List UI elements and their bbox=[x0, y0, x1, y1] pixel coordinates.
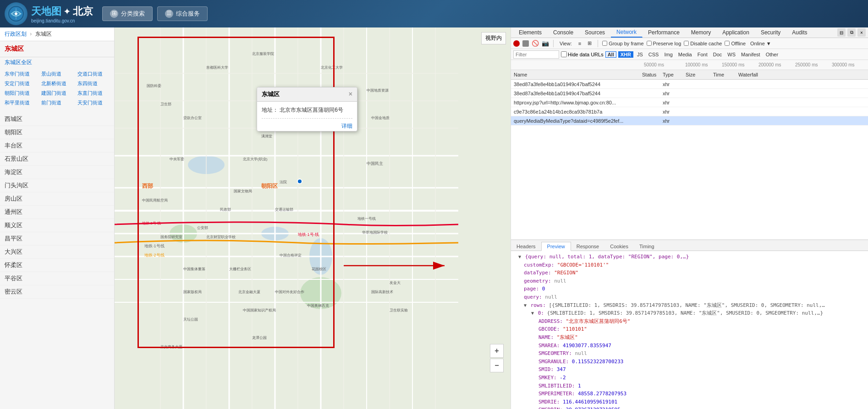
tab-elements[interactable]: Elements bbox=[513, 28, 548, 37]
street-donghua[interactable]: 东华门街道 bbox=[3, 70, 38, 78]
street-jingshan[interactable]: 景山街道 bbox=[39, 70, 75, 78]
svg-text:西部: 西部 bbox=[142, 183, 153, 189]
district-tongzhou[interactable]: 通州区 bbox=[0, 206, 114, 219]
type-ws-btn[interactable]: WS bbox=[725, 52, 737, 57]
street-anding[interactable]: 安定门街道 bbox=[3, 79, 38, 88]
district-huairou[interactable]: 怀柔区 bbox=[0, 259, 114, 272]
street-dongzhimen[interactable]: 东直门街道 bbox=[76, 89, 111, 98]
camera-btn[interactable]: 📷 bbox=[542, 40, 549, 47]
network-row-3[interactable]: c9e73c86e1a24b14b1ec8ca93b781b7a xhr bbox=[511, 107, 868, 116]
hide-data-urls-label[interactable]: Hide data URLs bbox=[561, 51, 604, 57]
preserve-log-label[interactable]: Preserve log bbox=[647, 41, 681, 46]
row4-status bbox=[639, 120, 660, 122]
stop-btn[interactable] bbox=[522, 40, 529, 47]
street-hepingli[interactable]: 和平里街道 bbox=[3, 98, 38, 107]
popup-close-btn[interactable]: × bbox=[349, 90, 352, 98]
tab-audits[interactable]: Audits bbox=[786, 28, 813, 37]
offline-label[interactable]: Offline bbox=[725, 41, 746, 46]
resp-tab-timing[interactable]: Timing bbox=[634, 242, 660, 251]
network-row-4[interactable]: queryMediaByMediaType?dataid=c4989f5e2fe… bbox=[511, 116, 868, 125]
district-xicheng[interactable]: 西城区 bbox=[0, 113, 114, 126]
district-daxing[interactable]: 大兴区 bbox=[0, 245, 114, 259]
type-img-btn[interactable]: Img bbox=[662, 52, 674, 57]
nav-classify-btn[interactable]: ⊞ 分类搜索 bbox=[102, 6, 153, 21]
network-row-0[interactable]: 38ed87a3fe8e4bb1a01949c47baf5244 xhr bbox=[511, 80, 868, 89]
json-root: ▼ {query: null, total: 1, dataType: "REG… bbox=[515, 253, 864, 261]
district-miyun[interactable]: 密云区 bbox=[0, 285, 114, 299]
district-haidian[interactable]: 海淀区 bbox=[0, 166, 114, 179]
record-btn[interactable] bbox=[513, 40, 520, 47]
district-shunyi[interactable]: 顺义区 bbox=[0, 219, 114, 232]
district-shijingshan[interactable]: 石景山区 bbox=[0, 153, 114, 166]
tab-sources[interactable]: Sources bbox=[579, 28, 611, 37]
type-js-btn[interactable]: JS bbox=[635, 52, 645, 57]
view-list-btn[interactable]: ≡ bbox=[577, 41, 583, 46]
district-mentougou[interactable]: 门头沟区 bbox=[0, 179, 114, 192]
disable-cache-label[interactable]: Disable cache bbox=[684, 41, 722, 46]
street-chaoyangmen[interactable]: 朝阳门街道 bbox=[3, 89, 38, 98]
tab-application[interactable]: Application bbox=[717, 28, 755, 37]
devtools-close-btn[interactable]: × bbox=[857, 28, 866, 37]
sidebar-dongcheng-all[interactable]: 东城区全区 bbox=[0, 57, 114, 68]
breadcrumb-parent[interactable]: 行政区划 bbox=[5, 31, 27, 37]
preserve-log-cb[interactable] bbox=[647, 41, 652, 46]
group-by-frame-cb[interactable] bbox=[602, 41, 607, 46]
type-manifest-btn[interactable]: Manifest bbox=[739, 52, 762, 57]
network-row-1[interactable]: 38ed87a3fe8e4bb1a01949c47baf5244 xhr bbox=[511, 89, 868, 98]
view-label: View: bbox=[558, 41, 574, 46]
type-font-btn[interactable]: Font bbox=[696, 52, 709, 57]
type-other-btn[interactable]: Other bbox=[764, 52, 780, 57]
district-fangshan[interactable]: 房山区 bbox=[0, 192, 114, 206]
tab-network[interactable]: Network bbox=[611, 27, 643, 38]
json-smgranule: SMGRANULE: 0.115523228700233 bbox=[515, 358, 864, 366]
type-xhr-btn[interactable]: XHR bbox=[618, 51, 633, 58]
json-rows-toggle[interactable]: ▼ bbox=[524, 303, 527, 308]
devtools-dock-btn[interactable]: ⊟ bbox=[837, 28, 846, 37]
map-container[interactable]: 地铁·1号线 地铁·2号线 地铁·1号·线 地铁·2号·线 朝阳区 西部 国防科… bbox=[115, 27, 511, 409]
json-smkey: SMKEY: -2 bbox=[515, 374, 864, 382]
map-view-btn[interactable]: 视野内 bbox=[481, 32, 506, 44]
row1-name: 38ed87a3fe8e4bb1a01949c47baf5244 bbox=[511, 90, 639, 97]
zoom-in-btn[interactable]: + bbox=[490, 344, 504, 358]
type-css-btn[interactable]: CSS bbox=[647, 52, 661, 57]
district-pinggu[interactable]: 平谷区 bbox=[0, 272, 114, 285]
tab-memory[interactable]: Memory bbox=[686, 28, 717, 37]
type-all-btn[interactable]: All bbox=[605, 51, 616, 58]
resp-tab-headers[interactable]: Headers bbox=[511, 242, 541, 251]
street-beixinqiao[interactable]: 北新桥街道 bbox=[39, 79, 75, 88]
resp-tab-response[interactable]: Response bbox=[571, 242, 605, 251]
district-fengtai[interactable]: 丰台区 bbox=[0, 139, 114, 153]
street-qianmen[interactable]: 前门街道 bbox=[39, 98, 75, 107]
tab-security[interactable]: Security bbox=[755, 28, 786, 37]
network-row-2[interactable]: httproxy.jsp?url=http://www.bjmap.gov.cn… bbox=[511, 98, 868, 107]
street-dongsi[interactable]: 东四街道 bbox=[76, 79, 111, 88]
group-by-frame-label[interactable]: Group by frame bbox=[602, 41, 643, 46]
sidebar-streets-grid: 东华门街道 景山街道 交道口街道 安定门街道 北新桥街道 东四街道 朝阳门街道 … bbox=[0, 68, 114, 109]
map-popup: 东城区 × 地址： 北京市东城区菖蒲胡同6号 详细 bbox=[257, 87, 357, 131]
disable-cache-cb[interactable] bbox=[684, 41, 689, 46]
resp-tab-cookies[interactable]: Cookies bbox=[604, 242, 634, 251]
popup-detail-link[interactable]: 详细 bbox=[341, 121, 352, 131]
street-tiananmen[interactable]: 天安门街道 bbox=[76, 98, 111, 107]
tab-performance[interactable]: Performance bbox=[643, 28, 686, 37]
tab-console[interactable]: Console bbox=[548, 28, 579, 37]
zoom-out-btn[interactable]: − bbox=[490, 359, 504, 372]
svg-text:国防科委: 国防科委 bbox=[147, 84, 161, 88]
street-jiaodaokou[interactable]: 交道口街道 bbox=[76, 70, 111, 78]
clear-btn[interactable]: 🚫 bbox=[532, 40, 539, 47]
json-row0-toggle[interactable]: ▼ bbox=[531, 311, 534, 316]
devtools-undock-btn[interactable]: ⧉ bbox=[847, 28, 856, 37]
online-dropdown[interactable]: Online ▼ bbox=[748, 41, 773, 46]
resp-tab-preview[interactable]: Preview bbox=[541, 242, 571, 251]
offline-cb[interactable] bbox=[725, 41, 730, 46]
district-chaoyang[interactable]: 朝阳区 bbox=[0, 126, 114, 139]
filter-input[interactable] bbox=[513, 50, 559, 59]
json-root-toggle[interactable]: ▼ bbox=[518, 254, 521, 259]
type-media-btn[interactable]: Media bbox=[676, 52, 694, 57]
type-doc-btn[interactable]: Doc bbox=[711, 52, 724, 57]
district-changping[interactable]: 昌平区 bbox=[0, 232, 114, 245]
nav-service-btn[interactable]: ☰ 综合服务 bbox=[157, 6, 208, 21]
view-large-btn[interactable]: ⊞ bbox=[586, 40, 593, 46]
hide-data-urls-cb[interactable] bbox=[561, 51, 567, 57]
street-jianguomen[interactable]: 建国门街道 bbox=[39, 89, 75, 98]
